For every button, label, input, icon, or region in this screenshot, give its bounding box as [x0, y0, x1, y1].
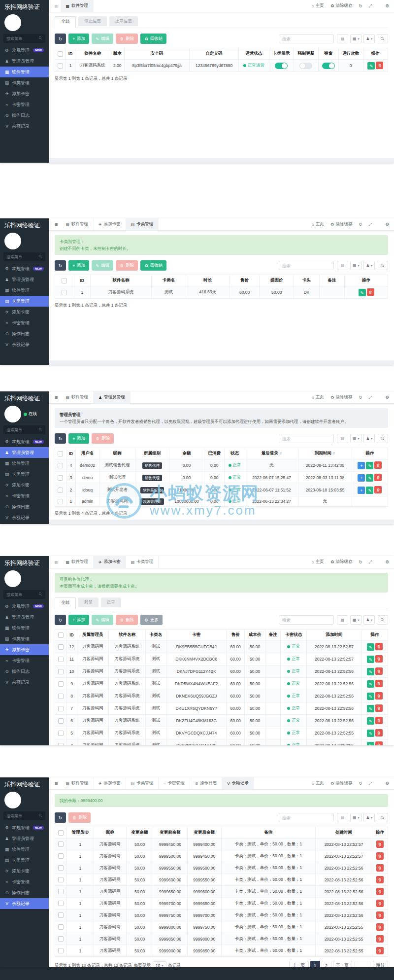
columns-dropdown-button[interactable]: ▦▾ — [350, 813, 361, 822]
refresh-icon[interactable]: ↻ — [359, 781, 362, 786]
row-checkbox[interactable] — [58, 488, 63, 493]
sidebar-item-general[interactable]: ⚙常规管理NEW — [0, 822, 49, 833]
refresh-icon[interactable]: ↻ — [359, 3, 362, 8]
fixed-columns-dropdown-button[interactable]: ♟▾ — [363, 615, 375, 625]
row-checkbox[interactable] — [58, 901, 64, 906]
select-all-checkbox[interactable] — [62, 278, 67, 283]
home-link[interactable]: ⌂主页 — [312, 221, 324, 227]
edit-row-button[interactable]: ✎ — [367, 643, 374, 651]
add-button[interactable]: +添加 — [68, 34, 89, 44]
settings-gear-icon[interactable]: ⚙ — [385, 222, 389, 227]
nav-tab-card[interactable]: ▤卡类管理 — [126, 556, 159, 568]
clear-cache-link[interactable]: ♻清除缓存 — [330, 3, 353, 9]
home-link[interactable]: ⌂主页 — [312, 559, 324, 565]
recycle-bin-button[interactable]: ♻回收站 — [140, 260, 166, 271]
sidebar-item-cardtype[interactable]: ▤卡类管理 — [0, 633, 49, 644]
sidebar-item-software[interactable]: ▦软件管理 — [0, 844, 49, 855]
sidebar-item-admins[interactable]: ♟管理员管理 — [0, 447, 49, 458]
refresh-button[interactable]: ↻ — [55, 812, 66, 823]
nav-tab-table[interactable]: ▦软件管理 — [61, 556, 94, 568]
edit-button[interactable]: ✎编辑 — [92, 34, 113, 44]
search-button[interactable] — [377, 615, 388, 625]
renew-row-button[interactable]: + — [358, 474, 365, 482]
sidebar-item-balance[interactable]: V余额记录 — [0, 677, 49, 688]
nav-tab-table[interactable]: ▦软件管理 — [61, 777, 94, 789]
nav-tab-table[interactable]: ▦软件管理 — [61, 218, 94, 230]
refresh-button[interactable]: ↻ — [55, 34, 66, 44]
nav-tab-send[interactable]: ✈添加卡密 — [94, 218, 126, 230]
add-button[interactable]: +添加 — [68, 433, 89, 444]
sidebar-item-cardtype[interactable]: ▤卡类管理 — [0, 855, 49, 866]
settings-gear-icon[interactable]: ⚙ — [385, 781, 389, 786]
edit-row-button[interactable]: ✎ — [366, 462, 373, 469]
sidebar-item-addcard[interactable]: ✈添加卡密 — [0, 644, 49, 655]
refresh-button[interactable]: ↻ — [55, 433, 66, 444]
home-link[interactable]: ⌂主页 — [312, 394, 324, 400]
refresh-button[interactable]: ↻ — [55, 615, 66, 625]
clear-cache-link[interactable]: ♻清除缓存 — [330, 394, 353, 400]
jump-button[interactable]: 跳转 — [373, 961, 388, 967]
sidebar-item-logs[interactable]: ⊙操作日志 — [0, 666, 49, 677]
delete-row-button[interactable] — [375, 704, 383, 712]
delete-row-button[interactable] — [374, 461, 382, 469]
delete-row-button[interactable] — [376, 935, 384, 943]
delete-row-button[interactable] — [375, 717, 383, 724]
row-checkbox[interactable] — [62, 290, 67, 295]
delete-row-button[interactable] — [375, 667, 383, 675]
nav-tab-card[interactable]: ▤卡类管理 — [126, 218, 159, 230]
filter-tab[interactable]: 正常运营 — [109, 16, 138, 26]
menu-toggle-icon[interactable]: ≡ — [52, 780, 61, 786]
sidebar-item-cardmgmt[interactable]: ≈卡密管理 — [0, 490, 49, 501]
sidebar-item-balance[interactable]: V余额记录 — [0, 898, 49, 909]
paging-switch-button[interactable]: ▤ — [337, 615, 348, 625]
table-search-input[interactable] — [279, 813, 334, 822]
fullscreen-icon[interactable]: ⤢ — [369, 395, 372, 400]
edit-row-button[interactable]: ✎ — [367, 717, 374, 725]
clear-cache-link[interactable]: ♻清除缓存 — [330, 780, 353, 786]
sidebar-item-addcard[interactable]: ✈添加卡密 — [0, 866, 49, 876]
sidebar-item-cardmgmt[interactable]: ≈卡密管理 — [0, 876, 49, 887]
fullscreen-icon[interactable]: ⤢ — [369, 3, 372, 9]
recycle-bin-button[interactable]: ♻回收站 — [140, 34, 166, 44]
delete-button[interactable]: 删除 — [116, 615, 138, 625]
menu-toggle-icon[interactable]: ≡ — [52, 3, 61, 9]
settings-gear-icon[interactable]: ⚙ — [385, 560, 389, 564]
sidebar-item-admins[interactable]: ♟管理员管理 — [0, 274, 49, 285]
delete-row-button[interactable] — [376, 852, 384, 860]
delete-row-button[interactable] — [376, 900, 384, 907]
sidebar-item-addcard[interactable]: ✈添加卡密 — [0, 480, 49, 490]
sidebar-item-addcard[interactable]: ✈添加卡密 — [0, 88, 49, 99]
sidebar-item-software[interactable]: ▦软件管理 — [0, 285, 49, 296]
select-all-checkbox[interactable] — [58, 830, 64, 836]
table-search-input[interactable] — [279, 434, 334, 443]
edit-row-button[interactable]: ✎ — [367, 730, 374, 737]
fixed-columns-dropdown-button[interactable]: ♟▾ — [363, 34, 375, 43]
sidebar-item-cardtype[interactable]: ▤卡类管理 — [0, 77, 49, 88]
fixed-columns-dropdown-button[interactable]: ♟▾ — [363, 434, 375, 443]
toggle-switch[interactable] — [275, 63, 288, 69]
select-all-checkbox[interactable] — [58, 451, 63, 456]
delete-row-button[interactable] — [374, 474, 382, 481]
sidebar-item-admins[interactable]: ♟管理员管理 — [0, 833, 49, 844]
delete-row-button[interactable] — [376, 62, 383, 69]
renew-row-button[interactable]: + — [358, 462, 365, 469]
column-header[interactable]: 到期时间⇵ — [298, 448, 352, 459]
row-checkbox[interactable] — [58, 731, 64, 736]
edit-row-button[interactable]: ✎ — [366, 474, 373, 482]
sidebar-item-logs[interactable]: ⊙操作日志 — [0, 328, 49, 339]
add-button[interactable]: +添加 — [68, 615, 89, 625]
toggle-switch[interactable] — [299, 63, 312, 69]
more-button[interactable]: ⚙更多 — [140, 615, 163, 625]
search-button[interactable] — [377, 434, 388, 443]
sidebar-search-input[interactable]: 搜索菜单 — [3, 811, 45, 820]
avatar[interactable] — [4, 792, 21, 808]
edit-row-button[interactable]: ✎ — [367, 742, 374, 745]
prev-page-button[interactable]: 上一页 — [289, 961, 309, 967]
fixed-columns-dropdown-button[interactable]: ♟▾ — [363, 261, 375, 270]
sidebar-item-general[interactable]: ⚙常规管理NEW — [0, 601, 49, 612]
delete-button[interactable]: 删除 — [92, 433, 114, 444]
columns-dropdown-button[interactable]: ▦▾ — [350, 615, 361, 625]
page-number-button[interactable]: 2 — [322, 961, 331, 967]
table-search-input[interactable] — [279, 34, 334, 43]
sidebar-item-addcard[interactable]: ✈添加卡密 — [0, 307, 49, 317]
